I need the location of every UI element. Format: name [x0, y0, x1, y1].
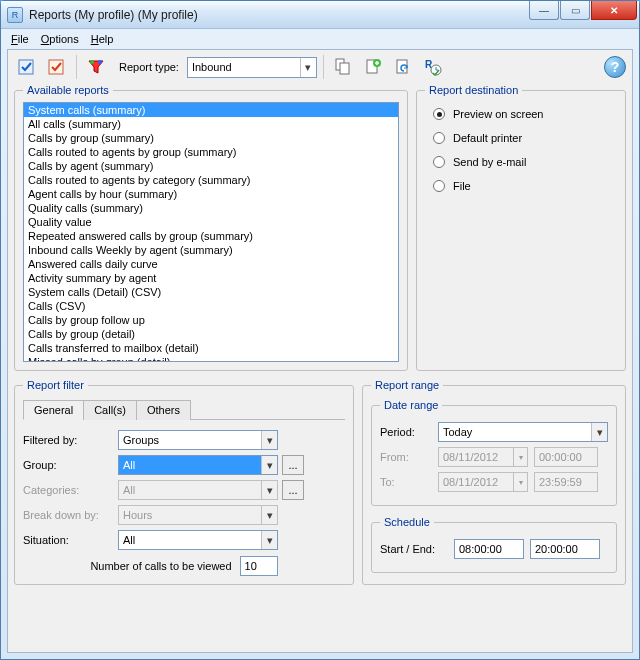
- report-type-label: Report type:: [119, 61, 179, 73]
- date-range-group: Date range Period: Today ▾ From: 08/11/2…: [371, 399, 617, 506]
- to-time-input: 23:59:59: [534, 472, 598, 492]
- radio-label: File: [453, 180, 471, 192]
- available-reports-listbox[interactable]: System calls (summary)All calls (summary…: [23, 102, 399, 362]
- report-list-item[interactable]: Calls by group (summary): [24, 131, 398, 145]
- report-list-item[interactable]: System calls (Detail) (CSV): [24, 285, 398, 299]
- report-list-item[interactable]: Calls by agent (summary): [24, 159, 398, 173]
- to-date-picker: 08/11/2012 ▾: [438, 472, 528, 492]
- report-list-item[interactable]: Repeated answered calls by group (summar…: [24, 229, 398, 243]
- toolbar-separator: [323, 55, 324, 79]
- schedule-start-value: 08:00:00: [459, 543, 502, 555]
- radio-file[interactable]: File: [433, 180, 617, 192]
- report-list-item[interactable]: Agent calls by hour (summary): [24, 187, 398, 201]
- radio-icon: [433, 108, 445, 120]
- from-date-picker: 08/11/2012 ▾: [438, 447, 528, 467]
- radio-icon: [433, 180, 445, 192]
- from-time-input: 00:00:00: [534, 447, 598, 467]
- tab-others[interactable]: Others: [136, 400, 191, 420]
- available-reports-group: Available reports System calls (summary)…: [14, 84, 408, 371]
- refresh-report-icon[interactable]: [390, 54, 416, 80]
- radio-preview[interactable]: Preview on screen: [433, 108, 617, 120]
- chevron-down-icon: ▾: [513, 473, 527, 491]
- situation-label: Situation:: [23, 534, 118, 546]
- num-calls-input[interactable]: 10: [240, 556, 278, 576]
- from-label: From:: [380, 451, 432, 463]
- svg-rect-1: [49, 60, 63, 74]
- radio-default-printer[interactable]: Default printer: [433, 132, 617, 144]
- chevron-down-icon: ▾: [261, 456, 277, 474]
- radio-icon: [433, 156, 445, 168]
- maximize-button[interactable]: ▭: [560, 1, 590, 20]
- categories-select: All ▾: [118, 480, 278, 500]
- to-time-value: 23:59:59: [539, 476, 582, 488]
- report-list-item[interactable]: Missed calls by group (detail): [24, 355, 398, 362]
- report-list-item[interactable]: Activity summary by agent: [24, 271, 398, 285]
- schedule-reports-icon[interactable]: R: [420, 54, 446, 80]
- radio-send-email[interactable]: Send by e-mail: [433, 156, 617, 168]
- add-report-icon[interactable]: [360, 54, 386, 80]
- group-value: All: [123, 459, 135, 471]
- schedule-label: Start / End:: [380, 543, 448, 555]
- tab-calls[interactable]: Call(s): [83, 400, 137, 420]
- minimize-button[interactable]: —: [529, 1, 559, 20]
- schedule-end-input[interactable]: 20:00:00: [530, 539, 600, 559]
- close-button[interactable]: ✕: [591, 1, 637, 20]
- copy-icon[interactable]: [330, 54, 356, 80]
- menu-file[interactable]: File: [11, 33, 29, 45]
- report-range-legend: Report range: [371, 379, 443, 391]
- svg-point-3: [98, 60, 102, 64]
- categories-browse-button[interactable]: ...: [282, 480, 304, 500]
- report-list-item[interactable]: Inbound calls Weekly by agent (summary): [24, 243, 398, 257]
- report-filter-group: Report filter General Call(s) Others Fil…: [14, 379, 354, 585]
- report-list-item[interactable]: Calls routed to agents by category (summ…: [24, 173, 398, 187]
- filter-icon[interactable]: [83, 54, 109, 80]
- report-list-item[interactable]: Quality calls (summary): [24, 201, 398, 215]
- help-button[interactable]: ?: [604, 56, 626, 78]
- client-area: Report type: Inbound ▾ R ? Available rep: [7, 49, 633, 653]
- group-browse-button[interactable]: ...: [282, 455, 304, 475]
- report-type-select[interactable]: Inbound ▾: [187, 57, 317, 78]
- menu-help[interactable]: Help: [91, 33, 114, 45]
- report-filter-legend: Report filter: [23, 379, 88, 391]
- report-list-item[interactable]: All calls (summary): [24, 117, 398, 131]
- toolbar-btn-check-blue[interactable]: [14, 54, 40, 80]
- period-select[interactable]: Today ▾: [438, 422, 608, 442]
- window-title: Reports (My profile) (My profile): [29, 8, 198, 22]
- categories-label: Categories:: [23, 484, 118, 496]
- filtered-by-select[interactable]: Groups ▾: [118, 430, 278, 450]
- from-time-value: 00:00:00: [539, 451, 582, 463]
- breakdown-value: Hours: [123, 509, 152, 521]
- chevron-down-icon: ▾: [261, 506, 277, 524]
- schedule-start-input[interactable]: 08:00:00: [454, 539, 524, 559]
- report-destination-group: Report destination Preview on screen Def…: [416, 84, 626, 371]
- toolbar-btn-check-red[interactable]: [44, 54, 70, 80]
- to-date-value: 08/11/2012: [443, 476, 498, 488]
- tab-general[interactable]: General: [23, 400, 84, 420]
- report-destination-legend: Report destination: [425, 84, 522, 96]
- report-list-item[interactable]: Calls routed to agents by group (summary…: [24, 145, 398, 159]
- num-calls-value: 10: [245, 560, 257, 572]
- report-list-item[interactable]: Calls by group follow up: [24, 313, 398, 327]
- radio-label: Default printer: [453, 132, 522, 144]
- date-range-legend: Date range: [380, 399, 442, 411]
- report-list-item[interactable]: Calls by group (detail): [24, 327, 398, 341]
- chevron-down-icon: ▾: [300, 58, 316, 77]
- svg-point-2: [90, 60, 94, 64]
- chevron-down-icon: ▾: [513, 448, 527, 466]
- report-list-item[interactable]: Answered calls daily curve: [24, 257, 398, 271]
- report-list-item[interactable]: Quality value: [24, 215, 398, 229]
- period-label: Period:: [380, 426, 432, 438]
- situation-value: All: [123, 534, 135, 546]
- schedule-group: Schedule Start / End: 08:00:00 20:00:00: [371, 516, 617, 573]
- menu-options[interactable]: Options: [41, 33, 79, 45]
- toolbar-separator: [76, 55, 77, 79]
- report-range-group: Report range Date range Period: Today ▾ …: [362, 379, 626, 585]
- report-type-value: Inbound: [192, 61, 232, 73]
- situation-select[interactable]: All ▾: [118, 530, 278, 550]
- group-select[interactable]: All ▾: [118, 455, 278, 475]
- available-reports-legend: Available reports: [23, 84, 113, 96]
- report-list-item[interactable]: Calls transferred to mailbox (detail): [24, 341, 398, 355]
- titlebar[interactable]: R Reports (My profile) (My profile) — ▭ …: [1, 1, 639, 29]
- report-list-item[interactable]: Calls (CSV): [24, 299, 398, 313]
- report-list-item[interactable]: System calls (summary): [24, 103, 398, 117]
